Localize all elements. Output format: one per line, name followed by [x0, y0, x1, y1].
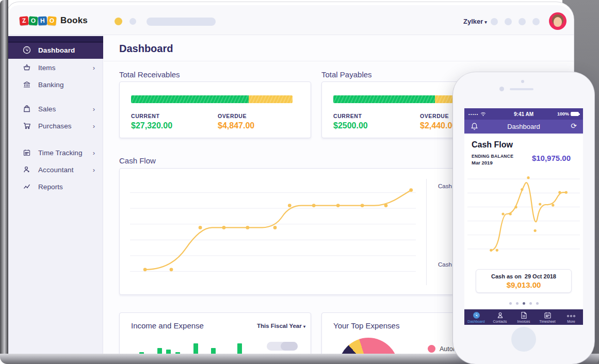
- page-dot-active[interactable]: [523, 302, 525, 305]
- sidebar-item-label: Time Tracking: [38, 149, 83, 157]
- chevron-right-icon: ›: [93, 64, 95, 72]
- cash-as-on-label: Cash as on: [491, 273, 522, 279]
- basket-icon: [23, 63, 31, 72]
- chevron-right-icon: ›: [93, 149, 95, 157]
- overdue-label: OVERDUE: [420, 113, 449, 119]
- gauge-icon: [473, 311, 480, 319]
- ending-balance-label: ENDING BALANCE: [472, 154, 513, 159]
- logo-tile-o1: O: [28, 16, 38, 25]
- search-input[interactable]: [147, 18, 216, 26]
- notification-dot-button[interactable]: [115, 18, 122, 25]
- sidebar-item-label: Items: [38, 64, 56, 72]
- tab-label: Invoices: [512, 320, 536, 323]
- invoice-document-icon: [521, 311, 527, 319]
- phone-front-camera: [499, 87, 504, 91]
- page-dot[interactable]: [536, 302, 539, 305]
- tab-more[interactable]: More: [559, 309, 583, 325]
- accrual-cash-toggle[interactable]: [267, 342, 298, 351]
- chevron-right-icon: ›: [93, 166, 95, 174]
- sidebar-item-label: Purchases: [38, 122, 72, 130]
- top-expenses-title: Your Top Expenses: [333, 321, 399, 330]
- tab-label: More: [559, 320, 583, 323]
- bar: [166, 350, 171, 354]
- bar: [157, 348, 162, 354]
- phone-home-button[interactable]: [511, 327, 536, 352]
- bar: [211, 348, 216, 354]
- topbar-icon-placeholder[interactable]: [129, 18, 136, 25]
- zoho-books-logo: Z O H O Books: [20, 15, 88, 26]
- page-header: Dashboard: [104, 35, 574, 61]
- cart-icon: [23, 122, 31, 130]
- cash-as-on-date: 29 Oct 2018: [525, 273, 556, 279]
- tab-label: Contacts: [488, 320, 512, 323]
- sidebar-top-strip: [8, 36, 103, 41]
- bar: [193, 343, 198, 354]
- logo-tile-z: Z: [19, 16, 28, 25]
- org-selector[interactable]: Zylker▾: [463, 18, 487, 25]
- sidebar: Dashboard Items › Banking Sales: [8, 35, 103, 354]
- cash-as-on-value: $9,013.00: [476, 280, 571, 289]
- chevron-down-icon: ▾: [484, 20, 487, 25]
- logo-tile-h: H: [38, 16, 47, 25]
- top-expenses-pie-chart: [338, 338, 398, 354]
- income-expense-card: Income and Expense This Fiscal Year ▾: [119, 312, 311, 354]
- sidebar-item-time-tracking[interactable]: Time Tracking ›: [8, 144, 103, 161]
- sidebar-item-items[interactable]: Items ›: [8, 59, 103, 76]
- tab-timesheet[interactable]: Timesheet: [536, 309, 559, 325]
- topbar-icon-2[interactable]: [505, 18, 512, 25]
- tab-contacts[interactable]: Contacts: [488, 309, 512, 325]
- page-dot[interactable]: [516, 302, 519, 305]
- progress-segment: [249, 95, 293, 103]
- current-value: $27,320.00: [131, 121, 172, 130]
- receivables-progress-bar: [131, 95, 293, 103]
- tab-dashboard[interactable]: Dashboard: [464, 309, 488, 325]
- chevron-right-icon: ›: [93, 105, 95, 113]
- phone-speaker: [510, 88, 533, 90]
- tab-invoices[interactable]: Invoices: [512, 309, 536, 325]
- receivables-section-title: Total Receivables: [119, 70, 180, 79]
- legend-color-dot: [428, 345, 435, 353]
- phone-cash-as-on-card[interactable]: Cash as on 29 Oct 2018 $9,013.00: [476, 269, 572, 293]
- topbar-icon-4[interactable]: [532, 18, 540, 25]
- laptop-left-edge: [0, 0, 8, 356]
- receivables-card: CURRENT $27,320.00 OVERDUE $4,847.00: [119, 81, 311, 138]
- sidebar-item-label: Dashboard: [38, 46, 75, 54]
- timesheet-calendar-icon: [544, 311, 552, 319]
- sidebar-item-sales[interactable]: Sales ›: [8, 100, 103, 118]
- current-label: CURRENT: [131, 113, 160, 119]
- logo-tile-o2: O: [47, 16, 56, 25]
- carousel-pagination-dots[interactable]: [464, 302, 583, 305]
- sidebar-item-dashboard[interactable]: Dashboard: [8, 41, 103, 59]
- sidebar-item-reports[interactable]: Reports: [8, 178, 103, 195]
- battery-percent: 100%: [557, 111, 569, 117]
- sidebar-item-accountant[interactable]: Accountant ›: [8, 161, 103, 178]
- person-icon: [496, 311, 504, 319]
- accountant-person-icon: [23, 166, 31, 174]
- battery-icon: [571, 112, 579, 116]
- user-avatar[interactable]: [549, 12, 566, 30]
- sidebar-item-banking[interactable]: Banking: [8, 76, 103, 93]
- chevron-right-icon: ›: [93, 122, 95, 130]
- sidebar-item-label: Sales: [38, 105, 56, 113]
- cashflow-section-title: Cash Flow: [119, 156, 156, 165]
- topbar-icon-3[interactable]: [519, 18, 526, 25]
- sidebar-item-label: Reports: [38, 183, 63, 191]
- progress-segment: [333, 95, 435, 103]
- payables-section-title: Total Payables: [321, 70, 372, 79]
- topbar-icon-1[interactable]: [491, 18, 498, 25]
- refresh-icon[interactable]: ⟳: [571, 122, 577, 130]
- phone-tab-bar: Dashboard Contacts Invoices Timesheet Mo…: [464, 309, 583, 325]
- phone-page-title: Dashboard: [464, 123, 583, 130]
- org-name: Zylker: [463, 18, 483, 25]
- page-dot[interactable]: [529, 302, 532, 305]
- cash-as-on-line: Cash as on 29 Oct 2018: [476, 273, 571, 279]
- phone-status-bar: ••••• 9:41 AM 100%: [464, 108, 583, 120]
- tab-label: Dashboard: [464, 320, 488, 323]
- sidebar-item-purchases[interactable]: Purchases ›: [8, 117, 103, 135]
- phone-camera-dot: [521, 80, 524, 83]
- shopping-bag-icon: [23, 105, 31, 113]
- page-dot[interactable]: [509, 302, 512, 305]
- phone-mockup: ••••• 9:41 AM 100% Dashboard ⟳ Cash Flow…: [453, 72, 594, 364]
- sidebar-item-label: Accountant: [38, 166, 74, 174]
- sidebar-item-label: Banking: [38, 81, 64, 89]
